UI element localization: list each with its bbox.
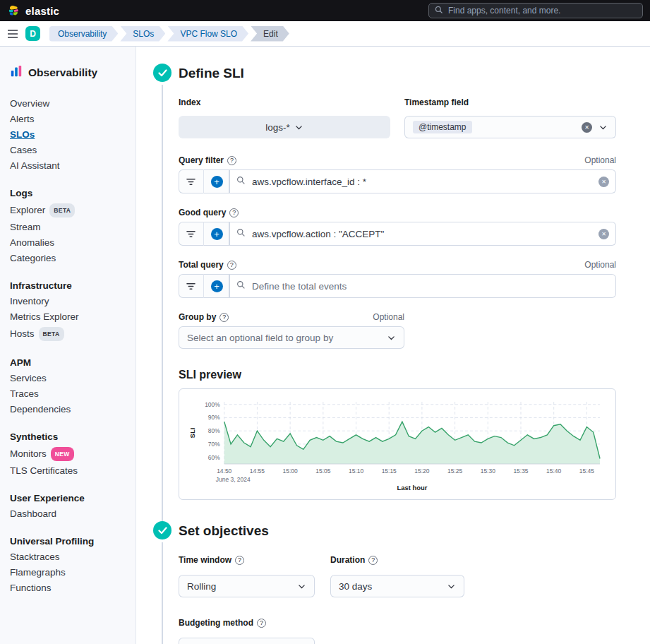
clear-icon[interactable]: [598, 177, 609, 187]
main-content: Define SLI Index logs-* Timestamp field: [136, 47, 650, 644]
add-filter-button[interactable]: [204, 274, 229, 298]
sidebar-group-main: OverviewAlertsSLOsCasesAI Assistant: [0, 96, 136, 174]
sidebar-item-label: AI Assistant: [10, 160, 60, 172]
sidebar-item-slos[interactable]: SLOs: [0, 127, 136, 143]
good-query-value: aws.vpcflow.action : "ACCEPT": [252, 229, 592, 239]
query-filter-label: Query filter: [179, 155, 236, 165]
sidebar-item-anomalies[interactable]: Anomalies: [0, 235, 136, 251]
index-select[interactable]: logs-*: [179, 116, 390, 138]
svg-text:June 3, 2024: June 3, 2024: [216, 476, 251, 483]
sidebar-item-explorer[interactable]: ExplorerBETA: [0, 201, 136, 220]
info-icon[interactable]: [257, 619, 266, 628]
svg-text:90%: 90%: [208, 414, 220, 421]
good-query-row: aws.vpcflow.action : "ACCEPT": [179, 222, 616, 246]
search-icon: [435, 4, 443, 17]
svg-text:15:10: 15:10: [349, 467, 363, 475]
sidebar-item-label: Overview: [10, 98, 49, 109]
sidebar-group-title: Logs: [0, 185, 136, 201]
optional-label: Optional: [584, 260, 616, 270]
add-filter-button[interactable]: [204, 222, 229, 246]
sidebar-item-label: Dashboard: [10, 508, 56, 520]
info-icon[interactable]: [219, 313, 229, 322]
info-icon[interactable]: [227, 261, 236, 270]
step-complete-icon: [153, 521, 171, 539]
beta-badge: BETA: [39, 327, 64, 341]
svg-text:15:30: 15:30: [481, 467, 495, 475]
sidebar-item-categories[interactable]: Categories: [0, 251, 136, 266]
sidebar-item-label: Services: [10, 373, 47, 384]
space-avatar[interactable]: D: [25, 26, 40, 41]
sidebar-item-label: Inventory: [10, 296, 49, 307]
sidebar-group-title: Universal Profiling: [0, 533, 136, 549]
total-query-input[interactable]: Define the total events: [229, 274, 616, 298]
sidebar-item-label: TLS Certificates: [10, 465, 78, 477]
sidebar-item-label: Anomalies: [10, 237, 54, 249]
sidebar-item-dashboard[interactable]: Dashboard: [0, 506, 136, 522]
elastic-logo[interactable]: [7, 4, 20, 17]
query-filter-input[interactable]: aws.vpcflow.interface_id : *: [229, 169, 616, 193]
step-complete-icon: [153, 64, 171, 82]
svg-text:15:20: 15:20: [414, 467, 429, 475]
sidebar-item-functions[interactable]: Functions: [0, 580, 136, 596]
info-icon[interactable]: [229, 208, 239, 217]
sidebar-item-flamegraphs[interactable]: Flamegraphs: [0, 565, 136, 580]
svg-text:15:15: 15:15: [382, 467, 397, 475]
index-label: Index: [179, 97, 200, 107]
sidebar-item-services[interactable]: Services: [0, 371, 136, 386]
time-window-select[interactable]: Rolling: [179, 575, 315, 597]
clear-icon[interactable]: [598, 229, 609, 239]
sidebar-item-stream[interactable]: Stream: [0, 220, 136, 235]
sidebar-item-monitors[interactable]: MonitorsNEW: [0, 445, 136, 463]
group-by-select[interactable]: Select an optional field to group by: [179, 326, 404, 349]
sidebar-item-label: Explorer: [10, 205, 45, 216]
timestamp-field-select[interactable]: @timestamp: [404, 116, 616, 138]
total-query-label: Total query: [179, 260, 236, 270]
sidebar-item-inventory[interactable]: Inventory: [0, 294, 136, 309]
timestamp-value-pill: @timestamp: [413, 121, 472, 133]
sidebar-item-overview[interactable]: Overview: [0, 96, 136, 112]
timestamp-field-label: Timestamp field: [404, 97, 469, 107]
sidebar-item-label: Alerts: [10, 114, 35, 125]
breadcrumb-vpc-flow-slo[interactable]: VPC Flow SLO: [167, 26, 248, 42]
svg-text:15:05: 15:05: [315, 467, 330, 475]
duration-select[interactable]: 30 days: [330, 575, 464, 597]
svg-text:15:00: 15:00: [283, 467, 298, 475]
filter-button[interactable]: [179, 169, 204, 193]
sidebar-item-stacktraces[interactable]: Stacktraces: [0, 549, 136, 565]
sidebar-item-traces[interactable]: Traces: [0, 386, 136, 402]
info-icon[interactable]: [227, 156, 236, 165]
svg-text:70%: 70%: [208, 441, 220, 448]
add-filter-button[interactable]: [204, 169, 229, 193]
info-icon[interactable]: [235, 556, 244, 565]
menu-icon[interactable]: [7, 29, 18, 39]
sidebar-group-universal-profiling: Universal ProfilingStacktracesFlamegraph…: [0, 533, 136, 596]
plus-in-circle-icon: [211, 228, 223, 240]
sidebar-item-label: Categories: [10, 253, 56, 264]
query-filter-row: aws.vpcflow.interface_id : *: [179, 169, 616, 193]
sidebar-item-alerts[interactable]: Alerts: [0, 112, 136, 127]
filter-button[interactable]: [179, 222, 204, 246]
svg-text:15:45: 15:45: [579, 467, 594, 475]
sidebar-item-label: Metrics Explorer: [10, 311, 79, 323]
breadcrumb-slos[interactable]: SLOs: [120, 26, 165, 42]
search-icon: [236, 280, 246, 292]
sidebar-item-metrics-explorer[interactable]: Metrics Explorer: [0, 309, 136, 325]
svg-text:SLI: SLI: [188, 428, 196, 439]
budgeting-method-select[interactable]: Occurrences: [179, 638, 315, 644]
filter-button[interactable]: [179, 274, 204, 298]
sidebar-app-title: Observability: [28, 66, 97, 79]
clear-icon[interactable]: [582, 122, 592, 133]
good-query-input[interactable]: aws.vpcflow.action : "ACCEPT": [229, 222, 616, 246]
info-icon[interactable]: [368, 556, 378, 565]
breadcrumb-observability[interactable]: Observability: [49, 26, 118, 42]
sidebar-item-hosts[interactable]: HostsBETA: [0, 325, 136, 343]
global-search[interactable]: Find apps, content, and more.: [428, 3, 643, 18]
sidebar-item-dependencies[interactable]: Dependencies: [0, 402, 136, 417]
sidebar-item-label: Traces: [10, 388, 39, 400]
step-rail: [146, 521, 179, 644]
sidebar-item-tls-certificates[interactable]: TLS Certificates: [0, 463, 136, 479]
sidebar-item-ai-assistant[interactable]: AI Assistant: [0, 158, 136, 174]
time-window-label: Time window: [179, 555, 244, 565]
sidebar-item-cases[interactable]: Cases: [0, 143, 136, 158]
total-query-row: Define the total events: [179, 274, 616, 298]
